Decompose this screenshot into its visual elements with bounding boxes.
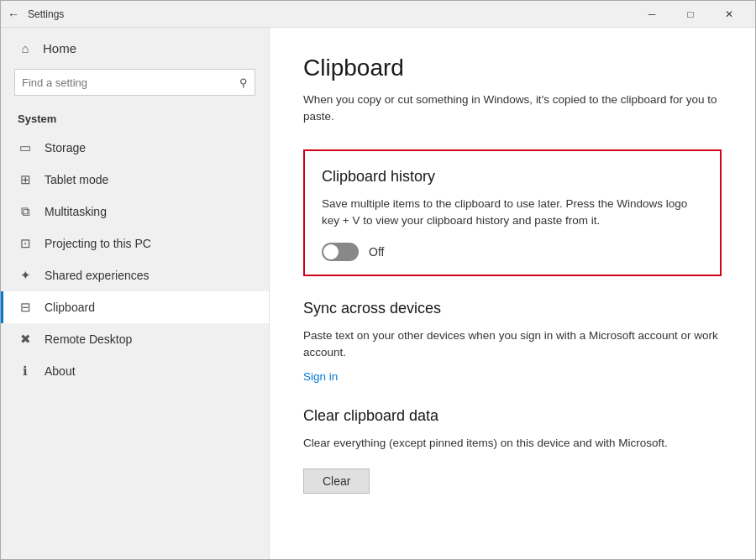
clear-button[interactable]: Clear: [303, 468, 370, 494]
window-title: Settings: [28, 8, 633, 20]
sign-in-link[interactable]: Sign in: [303, 370, 338, 383]
clipboard-history-section: Clipboard history Save multiple items to…: [303, 149, 722, 277]
sidebar-item-multitasking[interactable]: ⧉ Multitasking: [1, 196, 269, 228]
sidebar-item-home[interactable]: ⌂ Home: [1, 28, 269, 69]
clipboard-history-toggle-row: Off: [322, 243, 703, 261]
window-controls: ─ □ ✕: [633, 1, 748, 28]
sidebar-home-label: Home: [43, 41, 76, 55]
shared-icon: ✦: [18, 268, 33, 283]
toggle-thumb: [323, 244, 339, 259]
page-subtitle: When you copy or cut something in Window…: [303, 92, 722, 126]
sidebar-item-label: About: [45, 364, 76, 378]
system-section-label: System: [1, 109, 269, 132]
storage-icon: ▭: [18, 140, 33, 155]
clipboard-history-desc: Save multiple items to the clipboard to …: [322, 196, 703, 230]
sync-section: Sync across devices Paste text on your o…: [303, 300, 722, 384]
close-button[interactable]: ✕: [710, 1, 748, 28]
sidebar: ⌂ Home ⚲ System ▭ Storage ⊞ Tablet mode …: [1, 28, 270, 559]
multitasking-icon: ⧉: [18, 204, 33, 219]
search-box[interactable]: ⚲: [14, 69, 255, 96]
sidebar-item-about[interactable]: ℹ About: [1, 355, 269, 387]
sidebar-item-label: Tablet mode: [45, 173, 108, 186]
sidebar-item-shared[interactable]: ✦ Shared experiences: [1, 259, 269, 291]
clipboard-history-title: Clipboard history: [322, 168, 703, 186]
search-input[interactable]: [22, 76, 239, 89]
content-area: Clipboard When you copy or cut something…: [270, 28, 755, 559]
sidebar-item-label: Shared experiences: [45, 269, 150, 282]
main-content: ⌂ Home ⚲ System ▭ Storage ⊞ Tablet mode …: [1, 28, 755, 559]
sidebar-item-label: Multitasking: [45, 205, 107, 218]
back-button[interactable]: ←: [8, 8, 19, 21]
sync-desc: Paste text on your other devices when yo…: [303, 327, 722, 362]
sidebar-item-tablet-mode[interactable]: ⊞ Tablet mode: [1, 164, 269, 196]
search-icon[interactable]: ⚲: [239, 76, 248, 89]
tablet-icon: ⊞: [18, 172, 33, 187]
about-icon: ℹ: [18, 364, 33, 379]
projecting-icon: ⊡: [18, 236, 33, 251]
clear-section: Clear clipboard data Clear everything (e…: [303, 407, 722, 494]
clear-title: Clear clipboard data: [303, 407, 722, 425]
sync-title: Sync across devices: [303, 300, 722, 317]
minimize-button[interactable]: ─: [633, 1, 671, 28]
maximize-button[interactable]: □: [671, 1, 710, 28]
clear-desc: Clear everything (except pinned items) o…: [303, 435, 722, 452]
clipboard-history-toggle[interactable]: [322, 243, 359, 261]
settings-window: ← Settings ─ □ ✕ ⌂ Home ⚲ System ▭ Stora…: [0, 0, 756, 560]
sidebar-item-label: Projecting to this PC: [45, 237, 151, 250]
sidebar-item-storage[interactable]: ▭ Storage: [1, 132, 269, 164]
sidebar-item-label: Remote Desktop: [45, 332, 132, 346]
sidebar-item-clipboard[interactable]: ⊟ Clipboard: [1, 291, 269, 323]
toggle-state-label: Off: [369, 245, 384, 259]
title-bar: ← Settings ─ □ ✕: [1, 1, 755, 28]
home-icon: ⌂: [18, 41, 33, 55]
sidebar-item-label: Clipboard: [45, 301, 95, 314]
sidebar-item-projecting[interactable]: ⊡ Projecting to this PC: [1, 228, 269, 259]
clipboard-icon: ⊟: [18, 300, 33, 315]
page-title: Clipboard: [303, 55, 722, 81]
sidebar-item-remote-desktop[interactable]: ✖ Remote Desktop: [1, 323, 269, 355]
sidebar-item-label: Storage: [45, 141, 86, 154]
remote-icon: ✖: [18, 332, 33, 347]
